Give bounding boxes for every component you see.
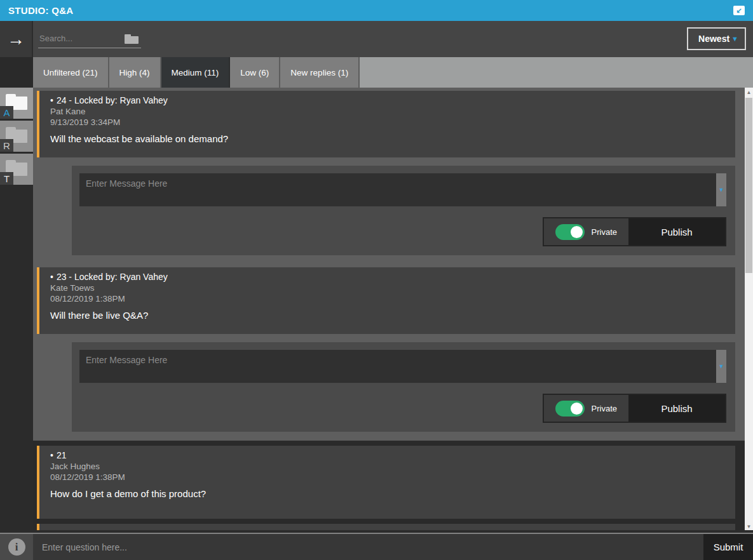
folder-filter-icon[interactable] — [125, 34, 139, 44]
question-author: Jack Hughes — [50, 461, 726, 472]
question-timestamp: 08/12/2019 1:38PM — [50, 472, 726, 483]
question-header: •23 - Locked by: Ryan Vahey — [50, 272, 726, 283]
question-text: Will the webcast be available on demand? — [50, 133, 726, 145]
question-lock-status: 23 - Locked by: Ryan Vahey — [57, 272, 168, 282]
tab-bar-edge — [0, 57, 33, 88]
question-item[interactable]: •23 - Locked by: Ryan Vahey Kate Toews 0… — [37, 267, 735, 334]
question-input-wrap — [33, 534, 703, 560]
private-toggle-box: Private — [544, 395, 628, 422]
toolbar: → Newest ▼ — [0, 21, 753, 57]
question-author: Kate Toews — [50, 283, 726, 293]
qa-studio-window: STUDIO: Q&A ↙ → Newest ▼ Unfiltered (21)… — [0, 0, 753, 560]
reply-message-input[interactable] — [79, 350, 716, 383]
folder-label: R — [0, 139, 13, 152]
folder-sidebar: A R T — [0, 88, 33, 530]
reply-actions: Private Publish — [79, 217, 726, 246]
reply-message-row: ▼ — [79, 173, 726, 206]
bullet-icon: • — [50, 272, 53, 282]
reply-panel: ▼ Private Publish — [72, 166, 735, 255]
reply-panel: ▼ Private Publish — [72, 342, 735, 432]
right-arrow-icon: → — [7, 29, 25, 50]
submit-button[interactable]: Submit — [703, 534, 753, 560]
collapse-panel-button[interactable]: → — [0, 21, 33, 57]
scrollbar-thumb[interactable] — [745, 98, 752, 273]
question-timestamp: 9/13/2019 3:34PM — [50, 117, 726, 128]
info-icon[interactable]: i — [8, 538, 25, 556]
filter-tab-bar: Unfiltered (21) High (4) Medium (11) Low… — [0, 57, 753, 88]
tab-unfiltered[interactable]: Unfiltered (21) — [33, 57, 109, 88]
tab-new-replies[interactable]: New replies (1) — [280, 57, 360, 88]
folder-label: T — [0, 172, 13, 185]
publish-button[interactable]: Publish — [628, 395, 725, 422]
private-label: Private — [592, 227, 617, 237]
question-item[interactable]: •21 Jack Hughes 08/12/2019 1:38PM How do… — [37, 446, 735, 519]
private-label: Private — [592, 404, 617, 413]
question-header: •21 — [50, 450, 726, 461]
question-header: •24 - Locked by: Ryan Vahey — [50, 95, 726, 106]
title-bar: STUDIO: Q&A ↙ — [0, 0, 753, 21]
reply-actions: Private Publish — [79, 394, 726, 423]
composer-row: i Submit — [0, 534, 753, 560]
question-group: •24 - Locked by: Ryan Vahey Pat Kane 9/1… — [33, 88, 745, 264]
question-number: 21 — [57, 450, 67, 460]
window-title: STUDIO: Q&A — [8, 5, 73, 16]
toggle-knob — [571, 226, 583, 238]
vertical-scrollbar[interactable]: ▲ ▼ — [745, 88, 753, 531]
question-text: Will there be live Q&A? — [50, 310, 726, 321]
bullet-icon: • — [50, 95, 53, 105]
tab-high[interactable]: High (4) — [109, 57, 161, 88]
question-list: •24 - Locked by: Ryan Vahey Pat Kane 9/1… — [33, 88, 745, 530]
question-text: How do I get a demo of this product? — [50, 488, 726, 500]
toggle-knob — [571, 403, 583, 415]
chevron-down-icon: ▼ — [719, 364, 724, 370]
question-item-partial[interactable] — [37, 524, 735, 530]
expand-editor-handle[interactable]: ▼ — [716, 173, 726, 206]
sort-order-label: Newest — [698, 34, 729, 44]
question-input[interactable] — [33, 542, 703, 552]
composer-bar: i Submit — [0, 530, 753, 560]
info-tile: i — [0, 534, 33, 560]
sidebar-folder-answered[interactable]: A — [0, 88, 33, 119]
private-toggle[interactable] — [555, 224, 585, 240]
sort-order-button[interactable]: Newest ▼ — [687, 27, 746, 50]
reply-message-row: ▼ — [79, 350, 726, 383]
chevron-down-icon: ▼ — [719, 187, 724, 193]
reply-action-group: Private Publish — [543, 217, 726, 246]
chevron-down-icon: ▼ — [731, 36, 738, 43]
folder-label: A — [0, 106, 13, 119]
question-group: •23 - Locked by: Ryan Vahey Kate Toews 0… — [33, 264, 745, 441]
reply-message-input[interactable] — [79, 173, 716, 206]
question-author: Pat Kane — [50, 106, 726, 117]
question-timestamp: 08/12/2019 1:38PM — [50, 293, 726, 304]
private-toggle-box: Private — [544, 218, 628, 245]
tab-bar-filler — [360, 57, 753, 88]
sidebar-folder-rejected[interactable]: R — [0, 121, 33, 152]
bullet-icon: • — [50, 450, 53, 460]
private-toggle[interactable] — [555, 401, 585, 417]
pop-in-window-icon[interactable]: ↙ — [733, 6, 745, 15]
tab-medium[interactable]: Medium (11) — [161, 57, 231, 88]
question-item[interactable]: •24 - Locked by: Ryan Vahey Pat Kane 9/1… — [37, 91, 735, 157]
triangle-down-icon: ▼ — [747, 524, 752, 530]
search-field-wrap — [38, 30, 141, 49]
scroll-up-button[interactable]: ▲ — [745, 88, 753, 97]
question-lock-status: 24 - Locked by: Ryan Vahey — [57, 95, 168, 105]
sidebar-folder-trash[interactable]: T — [0, 154, 33, 185]
tab-low[interactable]: Low (6) — [230, 57, 280, 88]
triangle-up-icon: ▲ — [747, 90, 752, 95]
reply-action-group: Private Publish — [543, 394, 726, 423]
publish-button[interactable]: Publish — [628, 218, 725, 245]
expand-editor-handle[interactable]: ▼ — [716, 350, 726, 383]
